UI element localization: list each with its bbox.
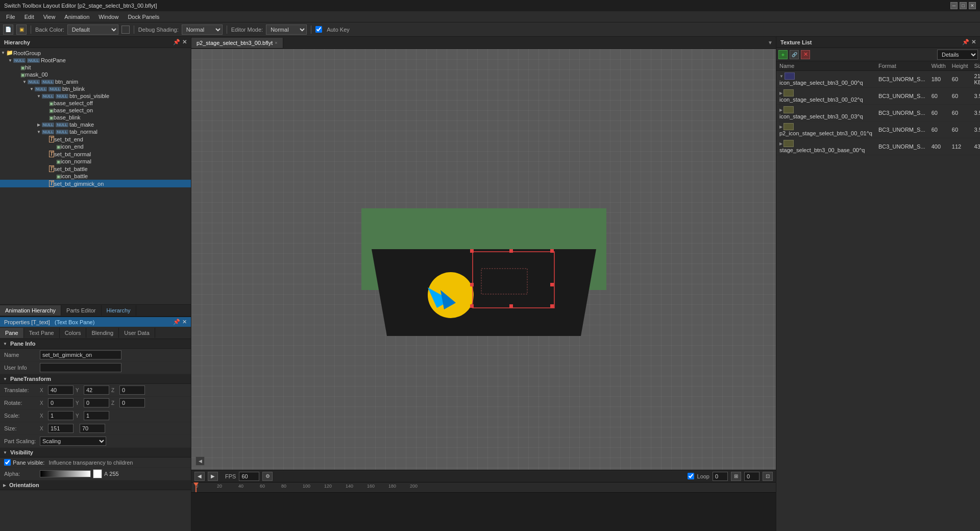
viewport-collapse-btn[interactable]: ◀ <box>195 456 205 466</box>
loop-value-input[interactable] <box>713 472 728 481</box>
tree-item-set_txt_end[interactable]: T set_txt_end <box>0 135 191 143</box>
tree-item-icon_normal[interactable]: ▣ icon_normal <box>0 158 191 165</box>
size-y-input[interactable] <box>80 424 105 433</box>
editor-tab-close-icon[interactable]: × <box>275 40 277 45</box>
maximize-button[interactable]: □ <box>960 2 967 9</box>
timeline-end-input[interactable] <box>744 472 760 481</box>
tree-item-tab_normal[interactable]: ▼NULLNULL tab_normal <box>0 128 191 135</box>
menu-file[interactable]: File <box>2 13 19 21</box>
tree-item-btn_anim[interactable]: ▼NULLNULL btn_anim <box>0 78 191 85</box>
tree-item-hit[interactable]: ▣ hit <box>0 64 191 71</box>
tab-hierarchy[interactable]: Hierarchy <box>102 305 136 316</box>
tab-parts-editor[interactable]: Parts Editor <box>61 305 101 316</box>
texture-add-button[interactable]: + <box>778 50 788 59</box>
tree-item-base_blink[interactable]: ▣ base_blink <box>0 114 191 121</box>
tab-animation-hierarchy[interactable]: Animation Hierarchy <box>0 305 61 316</box>
pane-userinfo-input[interactable] <box>40 363 121 372</box>
tree-item-base_select_on[interactable]: ▣ base_select_on <box>0 107 191 114</box>
prop-tab-text-pane[interactable]: Text Pane <box>24 328 60 338</box>
timeline-expand-icon[interactable]: ⊡ <box>763 472 773 481</box>
pane-visible-checkbox[interactable] <box>4 459 11 466</box>
hierarchy-pin-icon[interactable]: 📌 <box>173 39 180 45</box>
tree-arrow-root_pane[interactable]: ▼ <box>7 57 13 63</box>
menu-edit[interactable]: Edit <box>20 13 38 21</box>
texture-close-icon[interactable]: ✕ <box>971 39 976 45</box>
tree-item-set_txt_gimmick_on[interactable]: T set_txt_gimmick_on <box>0 180 191 187</box>
texture-row-4[interactable]: ▶stage_select_btn3_00_base_00^q BC3_UNOR… <box>776 138 980 155</box>
translate-x-input[interactable] <box>48 385 74 395</box>
timeline-end-icon[interactable]: ⊞ <box>731 472 741 481</box>
tree-item-icon_end[interactable]: ▣ icon_end <box>0 143 191 150</box>
loop-checkbox[interactable] <box>688 473 694 479</box>
menu-dock-panels[interactable]: Dock Panels <box>124 13 163 21</box>
rotate-x-input[interactable] <box>48 398 74 407</box>
part-scaling-select[interactable]: Scaling <box>40 437 106 446</box>
prop-tab-blending[interactable]: Blending <box>86 328 119 338</box>
texture-row-3[interactable]: ▶p2_icon_stage_select_btn3_00_01^q BC3_U… <box>776 122 980 138</box>
scale-x-input[interactable] <box>48 411 74 420</box>
minimize-button[interactable]: ─ <box>950 2 958 9</box>
texture-pin-icon[interactable]: 📌 <box>962 39 969 45</box>
editor-tab-main[interactable]: p2_stage_select_btn3_00.bflyt × <box>191 38 283 48</box>
debug-shading-select[interactable]: Normal <box>182 25 223 35</box>
pane-info-section-header[interactable]: ▼ Pane Info <box>0 339 191 349</box>
tree-arrow-root_group[interactable]: ▼ <box>0 50 6 56</box>
tree-arrow-btn_posi_visible[interactable]: ▼ <box>36 93 42 99</box>
open-button[interactable]: ▣ <box>16 25 27 35</box>
prop-tab-pane[interactable]: Pane <box>0 328 24 338</box>
editor-viewport[interactable]: ◀ <box>191 49 776 470</box>
hierarchy-close-icon[interactable]: ✕ <box>182 39 187 45</box>
tree-item-root_pane[interactable]: ▼NULLNULL RootPane <box>0 57 191 64</box>
texture-row-1[interactable]: ▶icon_stage_select_btn3_00_02^q BC3_UNOR… <box>776 88 980 105</box>
rotate-y-input[interactable] <box>84 398 109 407</box>
translate-z-input[interactable] <box>119 385 145 395</box>
close-button[interactable]: ✕ <box>969 2 976 9</box>
tree-arrow-tab_make[interactable]: ▶ <box>36 122 42 128</box>
texture-view-select[interactable]: Details <box>937 50 978 60</box>
playhead[interactable] <box>195 482 197 492</box>
rotate-z-input[interactable] <box>119 398 145 407</box>
prop-tab-user-data[interactable]: User Data <box>119 328 155 338</box>
fps-input[interactable] <box>239 472 259 481</box>
pane-transform-section-header[interactable]: ▼ PaneTransform <box>0 374 191 384</box>
new-button[interactable]: 📄 <box>3 25 13 35</box>
tree-item-tab_make[interactable]: ▶NULLNULL tab_make <box>0 121 191 128</box>
menu-animation[interactable]: Animation <box>60 13 93 21</box>
texture-delete-button[interactable]: ✕ <box>801 50 810 59</box>
play-prev-button[interactable]: ◀ <box>194 472 205 481</box>
editor-dropdown-icon[interactable]: ▼ <box>768 40 773 45</box>
translate-y-input[interactable] <box>84 385 109 395</box>
tree-item-btn_posi_visible[interactable]: ▼NULLNULL btn_posi_visible <box>0 92 191 100</box>
tree-arrow-btn_anim[interactable]: ▼ <box>21 79 28 85</box>
auto-key-checkbox[interactable] <box>315 26 322 33</box>
play-button[interactable]: ▶ <box>208 472 218 481</box>
tree-item-set_txt_battle[interactable]: T set_txt_battle <box>0 165 191 173</box>
back-color-select[interactable]: Default <box>67 25 118 35</box>
tree-item-mask_00[interactable]: ▣ mask_00 <box>0 71 191 78</box>
visibility-section-header[interactable]: ▼ Visibility <box>0 448 191 457</box>
tree-arrow-tab_normal[interactable]: ▼ <box>36 129 42 135</box>
texture-row-0[interactable]: ▼icon_stage_select_btn3_00_00^q BC3_UNOR… <box>776 71 980 88</box>
properties-close-icon[interactable]: ✕ <box>182 319 187 325</box>
texture-row-2[interactable]: ▶icon_stage_select_btn3_00_03^q BC3_UNOR… <box>776 105 980 122</box>
orientation-section-header[interactable]: ▶ Orientation <box>0 480 191 490</box>
prop-tab-colors[interactable]: Colors <box>60 328 87 338</box>
back-color-swatch[interactable] <box>121 26 130 34</box>
texture-link-button[interactable]: 🔗 <box>790 50 799 59</box>
scale-y-input[interactable] <box>84 411 109 420</box>
tex-format-1: BC3_UNORM_S... <box>875 88 928 105</box>
tree-item-set_txt_normal[interactable]: T set_txt_normal <box>0 150 191 158</box>
editor-mode-select[interactable]: Normal <box>266 25 307 35</box>
tree-arrow-btn_blink[interactable]: ▼ <box>29 86 35 92</box>
tree-item-base_select_off[interactable]: ▣ base_select_off <box>0 100 191 107</box>
menu-view[interactable]: View <box>39 13 60 21</box>
tree-item-root_group[interactable]: ▼📁 RootGroup <box>0 49 191 57</box>
tree-item-icon_battle[interactable]: ▣ icon_battle <box>0 173 191 180</box>
pane-name-input[interactable] <box>40 350 121 359</box>
tree-item-btn_blink[interactable]: ▼NULLNULL btn_blink <box>0 85 191 92</box>
size-x-input[interactable] <box>48 424 74 433</box>
properties-pin-icon[interactable]: 📌 <box>173 319 180 325</box>
timeline-settings-icon[interactable]: ⚙ <box>262 472 273 481</box>
alpha-bar[interactable] <box>40 470 91 477</box>
menu-window[interactable]: Window <box>94 13 122 21</box>
